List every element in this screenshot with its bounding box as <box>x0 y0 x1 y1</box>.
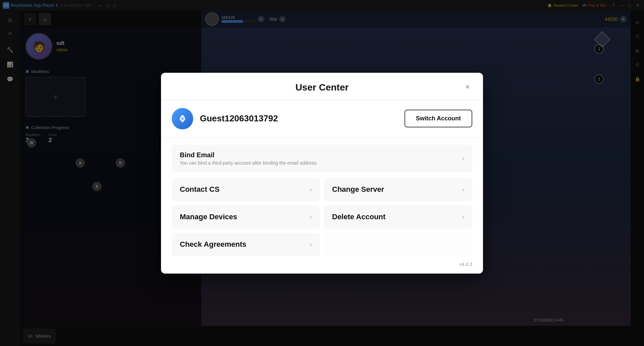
close-icon: × <box>465 82 470 92</box>
check-agreements-chevron-icon: › <box>310 240 312 248</box>
modal-header: User Center × <box>161 73 483 100</box>
delete-account-label: Delete Account <box>332 213 385 221</box>
modal-title: User Center <box>172 82 472 93</box>
user-info-section: Guest12063013792 Switch Account <box>161 100 483 138</box>
version-label: v4.4.3 <box>460 262 472 267</box>
change-server-chevron-icon: › <box>462 185 464 193</box>
check-agreements-label: Check Agreements <box>180 240 246 249</box>
rocket-icon <box>176 113 189 125</box>
contact-cs-chevron-icon: › <box>310 185 312 193</box>
manage-devices-label: Manage Devices <box>180 213 237 221</box>
delete-account-chevron-icon: › <box>462 213 464 221</box>
modal-close-button[interactable]: × <box>462 81 474 93</box>
change-server-button[interactable]: Change Server › <box>324 178 472 201</box>
bind-email-title: Bind Email <box>180 151 318 159</box>
change-server-label: Change Server <box>332 185 384 194</box>
svg-point-3 <box>181 118 183 120</box>
user-avatar-icon <box>172 108 193 129</box>
bind-email-chevron-icon: › <box>462 155 464 162</box>
switch-account-button[interactable]: Switch Account <box>405 110 472 127</box>
bind-email-description: You can bind a third-party account after… <box>180 160 318 166</box>
contact-cs-label: Contact CS <box>180 185 220 194</box>
version-display: v4.4.3 <box>161 262 483 274</box>
modal-overlay[interactable]: User Center × Guest12063013792 Switch Ac… <box>0 0 644 346</box>
check-agreements-button[interactable]: Check Agreements › <box>172 233 320 256</box>
manage-devices-chevron-icon: › <box>310 213 312 221</box>
menu-grid: Contact CS › Change Server › Manage Devi… <box>161 178 483 256</box>
delete-account-button[interactable]: Delete Account › <box>324 205 472 229</box>
manage-devices-button[interactable]: Manage Devices › <box>172 205 320 229</box>
contact-cs-button[interactable]: Contact CS › <box>172 178 320 201</box>
empty-grid-cell <box>324 233 472 256</box>
bind-email-section[interactable]: Bind Email You can bind a third-party ac… <box>172 145 472 172</box>
user-center-modal: User Center × Guest12063013792 Switch Ac… <box>161 73 483 274</box>
username-display: Guest12063013792 <box>200 113 398 124</box>
bind-email-text: Bind Email You can bind a third-party ac… <box>180 151 318 166</box>
